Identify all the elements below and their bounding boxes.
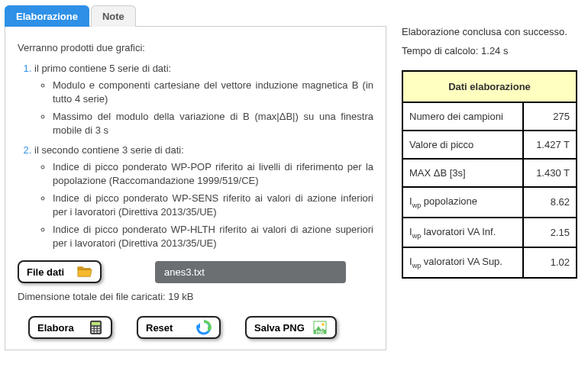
table-row: MAX ΔB [3s]1.430 T [402,159,577,187]
table-cell-value: 2.15 [523,218,577,248]
elabora-label: Elabora [37,322,74,334]
list-item-2-sub-3: Indice di picco ponderato WP-HLTH riferi… [53,223,373,250]
list-item-1-label: il primo contiene 5 serie di dati: [34,63,171,74]
svg-rect-2 [92,327,94,328]
salva-png-button[interactable]: Salva PNG PNG [245,316,337,339]
table-cell-value: 1.430 T [523,159,577,187]
reset-label: Reset [146,322,173,334]
table-cell-value: 275 [523,102,577,131]
svg-rect-9 [95,331,97,333]
svg-rect-4 [98,327,100,328]
list-item-2-label: il secondo contiene 3 serie di dati: [34,144,184,156]
list-item-1-sub-1: Modulo e componenti cartesiane del vetto… [53,79,373,105]
list-item-1-sub-2: Massimo del modulo della variazione di B… [53,110,373,137]
svg-rect-10 [98,331,100,333]
results-body: Numero dei campioni275Valore di picco1.4… [402,102,577,278]
reset-button[interactable]: Reset [137,316,221,339]
file-name-display: anes3.txt [155,261,346,283]
svg-rect-7 [98,329,100,331]
svg-point-15 [321,323,325,326]
table-cell-label: MAX ΔB [3s] [402,159,523,187]
list-item-2-sub-2: Indice di picco ponderato WP-SENS riferi… [53,192,373,218]
table-row: Valore di picco1.427 T [402,131,577,159]
status-success: Elaborazione conclusa con successo. [402,26,577,37]
folder-icon [77,266,92,278]
svg-rect-3 [95,327,97,328]
file-size-line: Dimensione totale dei file caricati: 19 … [18,291,373,302]
table-cell-value: 1.02 [523,247,577,278]
table-cell-label: Numero dei campioni [402,102,523,131]
svg-rect-1 [92,322,100,325]
panel-elaborazione: Verranno prodotti due grafici: il primo … [5,27,386,350]
list-item-1: il primo contiene 5 serie di dati: Modul… [34,63,373,137]
table-cell-label: Iwp lavoratori VA Inf. [402,218,523,248]
results-title: Dati elaborazione [402,71,577,102]
table-cell-value: 8.62 [523,187,577,218]
table-cell-label: Valore di picco [402,131,523,159]
tab-note[interactable]: Note [91,5,136,27]
table-row: Iwp lavoratori VA Inf.2.15 [402,218,577,248]
svg-rect-5 [92,329,94,331]
table-cell-label: Iwp popolazione [402,187,523,218]
list-item-2-sub-1: Indice di picco ponderato WP-POP riferit… [53,160,373,187]
png-icon: PNG [312,321,328,334]
table-row: Iwp valoratori VA Sup.1.02 [402,247,577,278]
table-row: Iwp popolazione8.62 [402,187,577,218]
table-cell-label: Iwp valoratori VA Sup. [402,247,523,278]
tab-elaborazione[interactable]: Elaborazione [5,5,89,27]
elabora-button[interactable]: Elabora [28,316,112,339]
table-row: Numero dei campioni275 [402,102,577,131]
calculator-icon [88,321,103,334]
svg-rect-6 [95,329,97,331]
svg-text:PNG: PNG [315,330,324,334]
table-cell-value: 1.427 T [523,131,577,159]
salva-png-label: Salva PNG [254,322,305,334]
results-table: Dati elaborazione Numero dei campioni275… [402,70,577,279]
file-dati-label: File dati [27,266,64,278]
svg-rect-8 [92,331,94,333]
file-dati-button[interactable]: File dati [18,260,102,283]
intro-text: Verranno prodotti due grafici: [18,42,373,53]
list-item-2: il secondo contiene 3 serie di dati: Ind… [34,144,373,250]
refresh-icon [196,321,212,334]
status-block: Elaborazione conclusa con successo. Temp… [402,26,577,56]
status-time: Tempo di calcolo: 1.24 s [402,45,577,56]
